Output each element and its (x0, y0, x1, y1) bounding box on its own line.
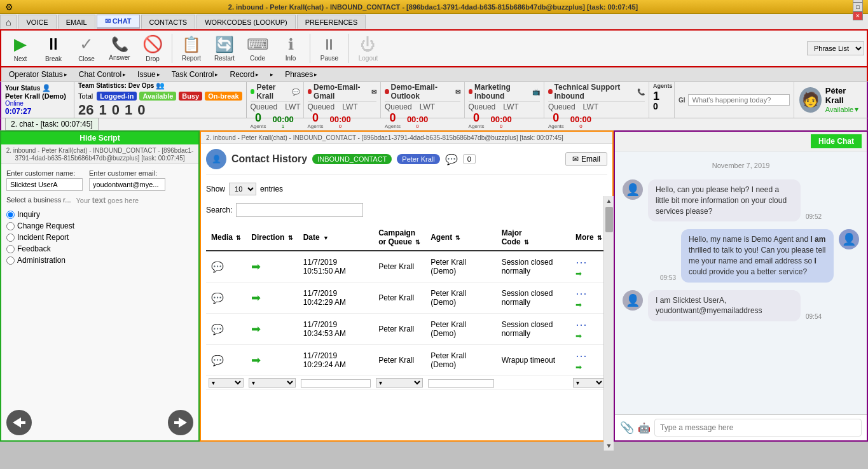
email-button[interactable]: ✉ Email (565, 152, 607, 166)
filter-queue-select[interactable]: ▾ (376, 378, 423, 388)
chat-tab-indicator[interactable]: 2. chat - [task: 00:07:45] (5, 118, 99, 130)
info-button[interactable]: ℹ Info (274, 32, 307, 65)
col-major-code[interactable]: MajorCode ⇅ (497, 225, 570, 251)
close-button[interactable]: ✕ (853, 11, 863, 20)
pause-button[interactable]: ⏸ Pause (313, 32, 346, 65)
radio-change-request[interactable]: Change Request (6, 221, 193, 230)
more-button3[interactable]: ⋯ (575, 318, 602, 332)
more-button2[interactable]: ⋯ (575, 286, 602, 300)
radio-incident-report[interactable]: Incident Report (6, 233, 193, 242)
code-button[interactable]: ⌨ Code (241, 32, 274, 65)
filter-direction-select[interactable]: ▾ (249, 378, 295, 388)
toolbar: ▶ Next ⏸ Break ✓ Close 📞 Answer 🚫 Drop 📋… (0, 31, 868, 67)
tab-preferences[interactable]: PREFERENCES (297, 15, 366, 29)
chat-control-menu[interactable]: Chat Control ▸ (74, 69, 131, 80)
col-more[interactable]: More ⇅ (570, 225, 607, 251)
filter-more: ▾ (570, 376, 607, 390)
gi-input[interactable] (688, 94, 790, 106)
col-date[interactable]: Date ▼ (298, 225, 373, 251)
more-arrow-icon4[interactable]: ➡ (575, 363, 602, 372)
queue-dot-red2 (385, 89, 389, 94)
filter-media-select[interactable]: ▾ (209, 378, 244, 388)
chat-input[interactable] (654, 419, 862, 437)
next-script-button[interactable] (168, 410, 193, 435)
filter-more-select[interactable]: ▾ (573, 378, 605, 388)
col-agent[interactable]: Agent ⇅ (425, 225, 497, 251)
more-arrow-icon[interactable]: ➡ (575, 269, 602, 278)
next-button[interactable]: ▶ Next (4, 32, 37, 65)
drop-label: Drop (146, 55, 160, 62)
operator-status-arrow: ▸ (64, 71, 67, 78)
q5-lwtval: 0 (579, 123, 582, 129)
radio-inquiry[interactable]: Inquiry (6, 210, 193, 219)
queue-name-gmail: Demo-Email-Gmail (313, 83, 369, 101)
close-toolbar-label: Close (78, 55, 95, 62)
radio-administration[interactable]: Administration (6, 256, 193, 265)
col-queue[interactable]: Campaignor Queue ⇅ (373, 225, 425, 251)
task-control-menu[interactable]: Task Control ▸ (167, 69, 224, 80)
entries-select[interactable]: 10 25 50 (229, 183, 256, 195)
customer-email-input[interactable] (89, 178, 165, 191)
issue-menu[interactable]: Issue ▸ (132, 69, 165, 80)
radio-incident-report-input[interactable] (6, 234, 15, 242)
break-icon: ⏸ (45, 34, 62, 54)
hide-chat-button[interactable]: Hide Chat (811, 134, 862, 148)
chat-message-1: 👤 Hello, can you please help? I need a l… (623, 179, 859, 221)
tab-voice[interactable]: VOICE (18, 15, 56, 29)
agent-name: Péter Krall (825, 86, 862, 105)
queue-dot-red1 (308, 89, 312, 94)
tab-home[interactable]: ⌂ (0, 15, 17, 29)
break-button[interactable]: ⏸ Break (37, 32, 70, 65)
your-status-name: Peter Krall (Demo) (5, 92, 70, 100)
col-direction[interactable]: Direction ⇅ (246, 225, 298, 251)
sort-queue-icon: ⇅ (415, 239, 420, 246)
prev-script-button[interactable] (6, 410, 32, 435)
agent-cell: Peter Krall (Demo) (425, 251, 497, 283)
more-button4[interactable]: ⋯ (575, 349, 602, 363)
more-arrow-icon3[interactable]: ➡ (575, 332, 602, 340)
phrase-list-dropdown[interactable]: Phrase List (807, 41, 864, 55)
phrases-menu[interactable]: Phrases ▸ (280, 69, 322, 80)
radio-feedback-input[interactable] (6, 245, 15, 253)
report-button[interactable]: 📋 Report (175, 32, 208, 65)
customer-name-input[interactable] (6, 178, 83, 191)
filter-date-input[interactable] (301, 379, 371, 388)
q2-queued: 0 (312, 112, 319, 123)
maximize-button[interactable]: □ (853, 3, 863, 11)
scroll-up-arrow[interactable]: ▲ (606, 197, 612, 204)
radio-change-request-input[interactable] (6, 222, 15, 230)
col-media[interactable]: Media ⇅ (206, 225, 246, 251)
radio-feedback[interactable]: Feedback (6, 244, 193, 253)
filter-agent-input[interactable] (428, 379, 494, 388)
more-arrow-icon2[interactable]: ➡ (575, 300, 602, 309)
extra-menu[interactable]: ▸ (265, 70, 279, 79)
emoji-button[interactable]: 🤖 (638, 422, 651, 434)
operator-status-menu[interactable]: Operator Status ▸ (4, 69, 72, 80)
logout-button[interactable]: ⏻ Logout (352, 32, 385, 65)
hide-script-button[interactable]: Hide Script (1, 132, 198, 144)
total-label: Total (78, 92, 93, 100)
tab-workcodes[interactable]: WORKCODES (LOOKUP) (196, 15, 296, 29)
radio-administration-input[interactable] (6, 256, 15, 265)
svg-marker-1 (174, 417, 187, 428)
q1-lwtval: 1 (282, 123, 284, 129)
tab-email[interactable]: EMAIL (58, 15, 95, 29)
close-toolbar-button[interactable]: ✓ Close (70, 32, 103, 65)
phrase-list-select[interactable]: Phrase List (807, 41, 864, 55)
peter-krall-tag[interactable]: Peter Krall (397, 154, 439, 164)
more-button[interactable]: ⋯ (575, 255, 602, 269)
restart-button[interactable]: 🔄 Restart (208, 32, 241, 65)
agent-status-arrow[interactable]: ▾ (855, 105, 858, 114)
chat-bubble-2: Hello, my name is Demo Agent and I am th… (681, 229, 834, 282)
middle-scrollbar[interactable]: ▲ ▼ (603, 196, 614, 442)
record-menu[interactable]: Record ▸ (224, 69, 264, 80)
drop-button[interactable]: 🚫 Drop (136, 32, 169, 65)
tab-chat[interactable]: ✉ CHAT (97, 15, 140, 29)
search-input[interactable] (236, 203, 363, 217)
radio-inquiry-input[interactable] (6, 211, 15, 219)
tab-contacts[interactable]: CONTACTS (141, 15, 196, 29)
inbound-contact-tag[interactable]: INBOUND_CONTACT (312, 154, 392, 164)
answer-button[interactable]: 📞 Answer (103, 32, 136, 65)
attach-button[interactable]: 📎 (620, 421, 634, 435)
sort-direction-icon: ⇅ (288, 235, 293, 241)
